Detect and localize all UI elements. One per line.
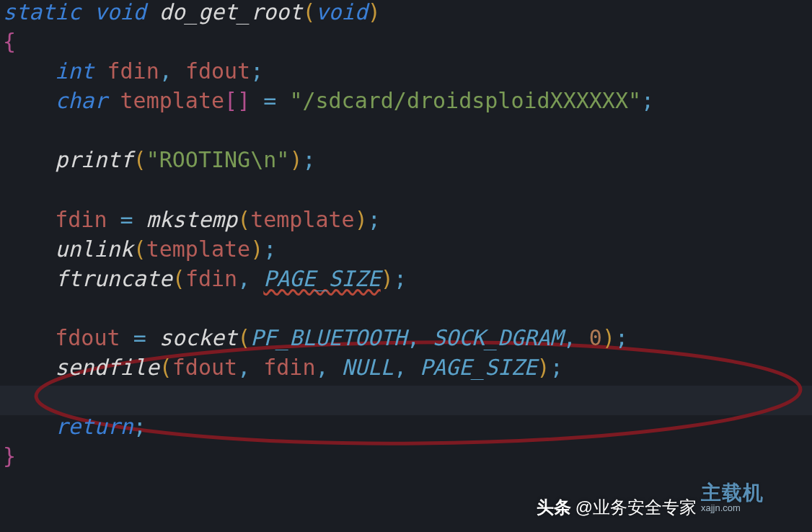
watermark-user: @业务安全专家: [575, 497, 697, 517]
tok-const: PAGE_SIZE: [263, 266, 381, 291]
tok-const: PF_BLUETOOTH: [250, 325, 407, 350]
watermark-label: 头条: [537, 497, 571, 517]
tok-keyword: static: [3, 0, 81, 25]
watermark-site-url: xajjn.com: [701, 503, 809, 513]
watermark-toutiao: 头条@业务安全专家: [537, 496, 697, 519]
tok-paren: ): [368, 0, 381, 25]
tok-brace: {: [3, 29, 16, 54]
tok-var: template: [250, 207, 355, 232]
source-code: static void do_get_root(void) { int fdin…: [3, 0, 812, 471]
tok-keyword: void: [94, 0, 146, 25]
tok-var: fdin: [107, 58, 159, 84]
tok-var: template: [120, 88, 225, 113]
tok-keyword: return: [55, 414, 133, 439]
tok-string: "/sdcard/droidsploidXXXXXX": [289, 88, 641, 113]
tok-keyword: int: [55, 58, 94, 84]
watermark-site: 主载机 xajjn.com: [701, 483, 809, 526]
tok-keyword: char: [55, 88, 107, 113]
watermark-site-name: 主载机: [701, 483, 809, 503]
tok-string: "ROOTING\n": [146, 147, 290, 172]
tok-func: printf: [55, 147, 133, 172]
tok-brace: }: [3, 443, 16, 469]
tok-var: fdin: [263, 355, 315, 380]
tok-var: template: [146, 236, 251, 262]
tok-keyword: void: [316, 0, 368, 25]
tok-var: fdout: [185, 58, 250, 84]
tok-number: 0: [589, 325, 602, 350]
tok-func: socket: [159, 325, 237, 350]
tok-const: NULL: [342, 355, 394, 380]
code-block: static void do_get_root(void) { int fdin…: [3, 0, 812, 471]
tok-var: fdin: [55, 207, 107, 232]
tok-var: fdout: [172, 355, 237, 380]
tok-func: unlink: [55, 236, 133, 262]
tok-var: fdout: [55, 325, 120, 350]
tok-const: PAGE_SIZE: [420, 355, 537, 380]
tok-func: mkstemp: [146, 207, 237, 232]
tok-paren: (: [302, 0, 315, 25]
tok-func: do_get_root: [159, 0, 303, 25]
tok-func: sendfile: [55, 355, 159, 380]
tok-const: SOCK_DGRAM: [433, 325, 563, 350]
tok-func: ftruncate: [55, 266, 172, 291]
tok-var: fdin: [185, 266, 237, 291]
